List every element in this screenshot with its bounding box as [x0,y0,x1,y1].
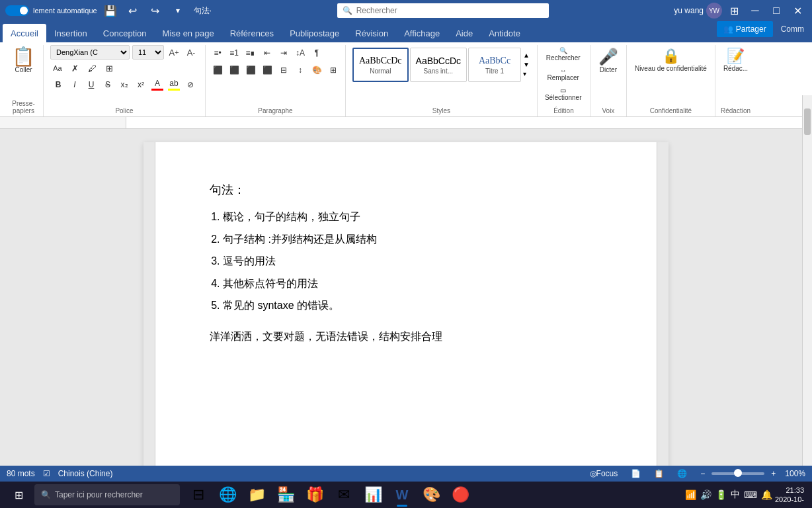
style-normal[interactable]: AaBbCcDc Normal [352,48,409,82]
font-size-select[interactable]: 11 [132,45,164,60]
highlight-button[interactable]: 🖊 [85,61,99,75]
show-marks-button[interactable]: ¶ [309,45,325,61]
volume-icon[interactable]: 🔊 [700,489,711,500]
search-box[interactable]: 🔍 [337,3,549,18]
zoom-out-button[interactable]: − [696,466,709,482]
view-page-button[interactable]: 📋 [650,466,668,482]
strikethrough-button[interactable]: S [100,77,116,93]
bullets-button[interactable]: ≡• [210,45,225,61]
ime-icon[interactable]: ⌨ [744,489,757,500]
taskbar-app-store[interactable]: 🏪 [271,482,300,508]
status-left: 80 mots ☑ Chinois (Chine) [7,469,112,478]
tab-publipostage[interactable]: Publipostage [282,24,347,42]
taskbar-app-powerpoint[interactable]: 🎨 [417,482,446,508]
zoom-slider[interactable] [711,472,764,475]
taskbar-app-word[interactable]: W [387,482,417,508]
taskbar-app-explorer[interactable]: 📁 [242,482,271,508]
redaction-button[interactable]: 📝 Rédac... [719,45,752,75]
share-button[interactable]: 👥 Partager [717,21,773,37]
columns-button[interactable]: ⊟ [276,62,292,78]
tab-antidote[interactable]: Antidote [481,24,528,42]
tab-references[interactable]: Références [222,24,282,42]
tab-conception[interactable]: Conception [95,24,155,42]
customize-button[interactable]: ▾ [169,1,187,20]
taskbar-app-mail[interactable]: ✉ [329,482,358,508]
save-button[interactable]: 💾 [101,1,120,20]
view-web-button[interactable]: 🌐 [673,466,691,482]
case-button[interactable]: Aa [50,61,65,75]
tab-aide[interactable]: Aide [448,24,481,42]
italic-button[interactable]: I [67,77,83,93]
tab-affichage[interactable]: Affichage [396,24,448,42]
battery-icon[interactable]: 🔋 [715,489,727,500]
layout-icon[interactable]: ⊞ [725,1,743,20]
style-sans-int[interactable]: AaBbCcDc Sans int... [410,48,467,82]
select-button[interactable]: ▭ Sélectionner [542,85,585,103]
text-highlight-button[interactable]: ab [166,77,182,93]
undo-button[interactable]: ↩ [124,1,142,20]
start-button[interactable]: ⊞ [3,482,34,508]
network-icon[interactable]: 📶 [685,489,696,500]
effects-button[interactable]: ⊘ [183,77,198,93]
font-color-button[interactable]: A [149,77,165,93]
dictate-button[interactable]: 🎤 Dicter [594,45,622,76]
focus-button[interactable]: ◎ Focus [586,466,622,482]
taskbar-app-edge[interactable]: 🌐 [213,482,242,508]
align-right-button[interactable]: ⬛ [243,62,259,78]
taskbar-search[interactable]: 🔍 Taper ici pour rechercher [34,484,180,505]
subscript-button[interactable]: x₂ [116,77,132,93]
superscript-button[interactable]: x² [133,77,149,93]
tab-misepage[interactable]: Mise en page [155,24,222,42]
taskbar-app-excel[interactable]: 📊 [358,482,387,508]
taskbar-app-red[interactable]: 🔴 [446,482,475,508]
view-read-button[interactable]: 📄 [627,466,645,482]
sort-button[interactable]: ↕A [292,45,308,61]
bold-button[interactable]: B [50,77,66,93]
titlebar: lement automatique 💾 ↩ ↪ ▾ 句法· 🔍 yu wang… [0,0,812,21]
numbering-button[interactable]: ≡1 [226,45,242,61]
style-titre1[interactable]: AaBbCc Titre 1 [468,48,521,82]
clear-format-button[interactable]: ✗ [67,61,82,75]
main-scrollbar[interactable] [802,95,812,466]
shading-button[interactable]: 🎨 [309,62,325,78]
user-avatar[interactable]: YW [706,3,722,19]
taskbar-app-taskview[interactable]: ⊟ [184,482,213,508]
border-button[interactable]: ⊞ [102,61,116,75]
comm-button[interactable]: Comm [776,21,809,37]
font-name-select[interactable]: DengXian (C [50,45,130,60]
close-button[interactable]: ✕ [788,1,807,20]
scroll-thumb[interactable] [804,108,811,135]
search-input[interactable] [356,6,542,15]
tab-revision[interactable]: Révision [347,24,396,42]
font-shrink-button[interactable]: A- [184,45,198,60]
tab-insertion[interactable]: Insertion [46,24,95,42]
autosave-toggle[interactable] [5,5,29,16]
font-grow-button[interactable]: A+ [167,45,181,60]
taskbar-app-gifts[interactable]: 🎁 [300,482,329,508]
zoom-in-button[interactable]: + [767,466,780,482]
align-left-button[interactable]: ⬛ [210,62,225,78]
confidentiality-button[interactable]: 🔒 Niveau de confidentialité [631,45,711,75]
paste-button[interactable]: 📋 Coller [8,45,39,76]
justify-button[interactable]: ⬛ [259,62,275,78]
align-center-button[interactable]: ⬛ [226,62,242,78]
underline-button[interactable]: U [83,77,99,93]
doc-area[interactable]: 句法： 概论，句子的结构，独立句子 句子结构 :并列结构还是从属结构 逗号的用法… [0,129,812,478]
notification-icon[interactable]: 🔔 [761,489,772,500]
replace-button[interactable]: ↔ Remplacer [542,65,585,83]
minimize-button[interactable]: ─ [746,1,764,20]
style-down-button[interactable]: ▼ [522,61,530,69]
keyboard-icon[interactable]: 中 [731,489,740,501]
line-spacing-button[interactable]: ↕ [292,62,308,78]
style-expand-button[interactable]: ▾ [522,70,530,78]
maximize-button[interactable]: □ [767,1,786,20]
redo-button[interactable]: ↪ [146,1,165,20]
system-clock[interactable]: 21:33 2020-10- [775,486,804,505]
search-button[interactable]: 🔍 Rechercher [542,45,585,64]
increase-indent-button[interactable]: ⇥ [276,45,292,61]
tab-accueil[interactable]: Accueil [3,24,46,42]
borders-button[interactable]: ⊞ [325,62,341,78]
style-up-button[interactable]: ▲ [522,52,530,60]
multilevel-button[interactable]: ≡∎ [243,45,259,61]
decrease-indent-button[interactable]: ⇤ [259,45,275,61]
